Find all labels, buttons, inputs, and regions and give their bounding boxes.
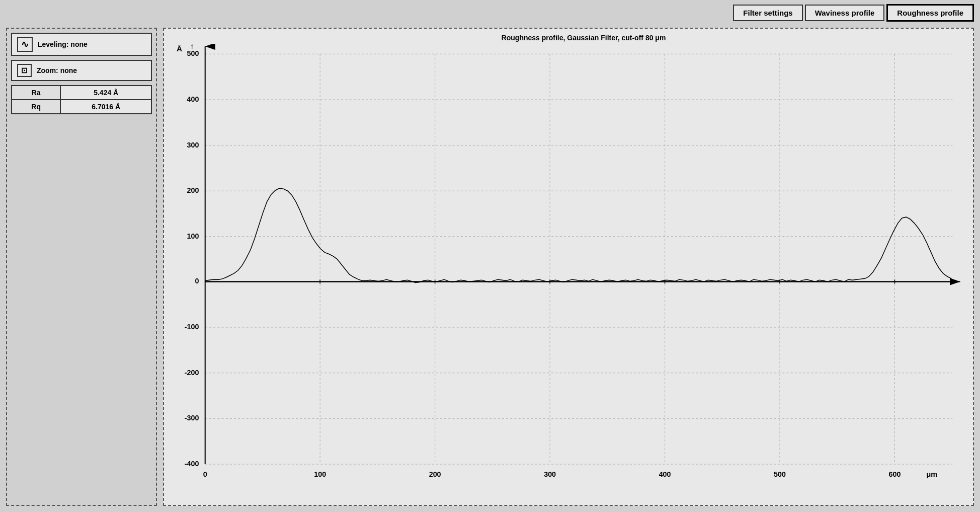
svg-text:500: 500 [774, 470, 786, 478]
svg-text:-400: -400 [185, 460, 199, 468]
leveling-control[interactable]: ∿ Leveling: none [11, 33, 152, 56]
ra-param: Ra [12, 86, 60, 100]
roughness-profile-button[interactable]: Roughness profile [886, 4, 974, 22]
svg-text:600: 600 [889, 470, 901, 478]
svg-text:400: 400 [187, 95, 199, 103]
rq-value: 6.7016 Å [60, 100, 151, 114]
svg-text:100: 100 [314, 470, 326, 478]
svg-text:200: 200 [429, 470, 441, 478]
main-content: ∿ Leveling: none ⊡ Zoom: none Ra 5.424 Å… [0, 26, 980, 512]
table-row: Rq 6.7016 Å [12, 100, 151, 114]
left-panel: ∿ Leveling: none ⊡ Zoom: none Ra 5.424 Å… [6, 28, 157, 506]
svg-text:300: 300 [187, 141, 199, 149]
filter-settings-button[interactable]: Filter settings [733, 5, 802, 21]
stats-table: Ra 5.424 Å Rq 6.7016 Å [11, 85, 152, 114]
svg-text:200: 200 [187, 186, 199, 194]
leveling-icon: ∿ [17, 37, 33, 52]
top-toolbar: Filter settings Waviness profile Roughne… [0, 0, 980, 26]
svg-text:μm: μm [927, 470, 938, 478]
svg-text:Å: Å [177, 44, 182, 53]
chart-svg: 500 400 300 200 100 0 -100 -200 -300 -40… [169, 44, 968, 495]
svg-text:100: 100 [187, 232, 199, 240]
svg-text:500: 500 [187, 49, 199, 57]
table-row: Ra 5.424 Å [12, 86, 151, 100]
zoom-control[interactable]: ⊡ Zoom: none [11, 60, 152, 81]
zoom-icon: ⊡ [17, 64, 32, 77]
leveling-label: Leveling: none [38, 40, 88, 48]
waviness-profile-button[interactable]: Waviness profile [805, 5, 885, 21]
svg-text:300: 300 [544, 470, 556, 478]
svg-text:0: 0 [203, 470, 207, 478]
svg-text:0: 0 [195, 277, 199, 285]
rq-param: Rq [12, 100, 60, 114]
svg-text:-200: -200 [185, 369, 199, 377]
svg-text:400: 400 [659, 470, 671, 478]
svg-text:-300: -300 [185, 414, 199, 422]
chart-title: Roughness profile, Gaussian Filter, cut-… [199, 34, 968, 42]
svg-text:↑: ↑ [190, 44, 194, 50]
zoom-label: Zoom: none [37, 66, 77, 75]
chart-container: Roughness profile, Gaussian Filter, cut-… [163, 28, 974, 506]
ra-value: 5.424 Å [60, 86, 151, 100]
chart-area: 500 400 300 200 100 0 -100 -200 -300 -40… [169, 44, 968, 495]
svg-text:-100: -100 [185, 323, 199, 331]
